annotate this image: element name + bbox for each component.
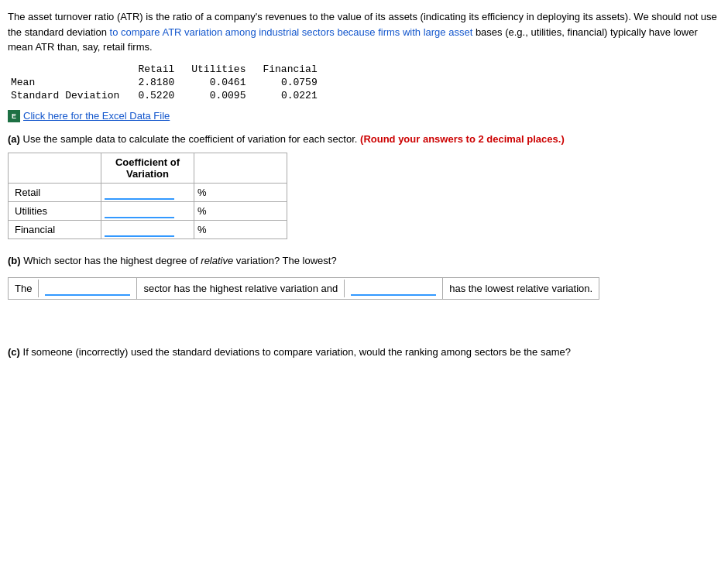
intro-blue-2: because firms with large asset: [337, 26, 472, 38]
coeff-row-financial: Financial %: [9, 220, 287, 238]
coeff-header: Coefficient ofVariation: [101, 153, 194, 183]
mean-utilities: 0.0461: [188, 76, 259, 89]
answer-input2-cell: [345, 278, 443, 299]
col-header-retail: Retail: [135, 63, 188, 76]
excel-icon: E: [8, 110, 20, 122]
intro-blue-1: to compare ATR variation among industria…: [110, 26, 335, 38]
stdev-utilities: 0.0095: [188, 89, 259, 102]
col-header-utilities: Utilities: [188, 63, 259, 76]
coeff-unit-financial: %: [194, 220, 287, 238]
excel-link-container: E Click here for the Excel Data File: [8, 110, 720, 122]
coeff-empty-header: [9, 153, 101, 183]
coefficient-table: Coefficient ofVariation Retail % Utiliti…: [8, 153, 287, 239]
coeff-unit-utilities: %: [194, 201, 287, 220]
part-c-question: (c) If someone (incorrectly) used the st…: [8, 346, 720, 358]
part-b-label: (b): [8, 255, 21, 266]
relative-word: relative: [201, 255, 233, 266]
coeff-input-financial[interactable]: [105, 222, 174, 237]
coeff-input-cell-financial: [101, 220, 194, 238]
part-a-label: (a): [8, 133, 20, 145]
coeff-input-utilities[interactable]: [105, 204, 174, 218]
part-c-label: (c): [8, 346, 20, 358]
part-a-question: (a) Use the sample data to calculate the…: [8, 133, 720, 145]
stdev-retail: 0.5220: [135, 89, 188, 102]
answer-input1[interactable]: [45, 281, 130, 296]
part-b-answer-row: The sector has the highest relative vari…: [8, 277, 599, 300]
coeff-label-retail: Retail: [9, 183, 101, 201]
coeff-input-cell-utilities: [101, 201, 194, 220]
coeff-input-cell-retail: [101, 183, 194, 201]
answer-input2[interactable]: [351, 281, 436, 296]
mean-retail: 2.8180: [135, 76, 188, 89]
answer-prefix: The: [9, 280, 39, 297]
coeff-row-utilities: Utilities %: [9, 201, 287, 220]
part-b-question: (b) Which sector has the highest degree …: [8, 255, 720, 266]
coeff-label-utilities: Utilities: [9, 201, 101, 220]
part-a: (a) Use the sample data to calculate the…: [8, 133, 720, 239]
coeff-unit-header: [194, 153, 287, 183]
excel-link[interactable]: Click here for the Excel Data File: [23, 110, 170, 122]
answer-suffix-text: has the lowest relative variation.: [443, 280, 599, 297]
coeff-unit-retail: %: [194, 183, 287, 201]
part-b: (b) Which sector has the highest degree …: [8, 255, 720, 300]
coeff-input-retail[interactable]: [105, 185, 174, 200]
answer-mid-text: sector has the highest relative variatio…: [137, 280, 345, 297]
part-c: (c) If someone (incorrectly) used the st…: [8, 346, 720, 358]
part-a-bold: (Round your answers to 2 decimal places.…: [360, 133, 565, 145]
row-label-mean: Mean: [8, 76, 135, 89]
coeff-row-retail: Retail %: [9, 183, 287, 201]
row-label-stdev: Standard Deviation: [8, 89, 135, 102]
col-header-financial: Financial: [259, 63, 331, 76]
stdev-financial: 0.0221: [259, 89, 331, 102]
data-table: Retail Utilities Financial Mean 2.8180 0…: [8, 63, 331, 102]
coeff-label-financial: Financial: [9, 220, 101, 238]
mean-financial: 0.0759: [259, 76, 331, 89]
answer-input1-cell: [39, 278, 137, 299]
intro-paragraph: The asset turnover ratio (ATR) is the ra…: [8, 9, 720, 55]
